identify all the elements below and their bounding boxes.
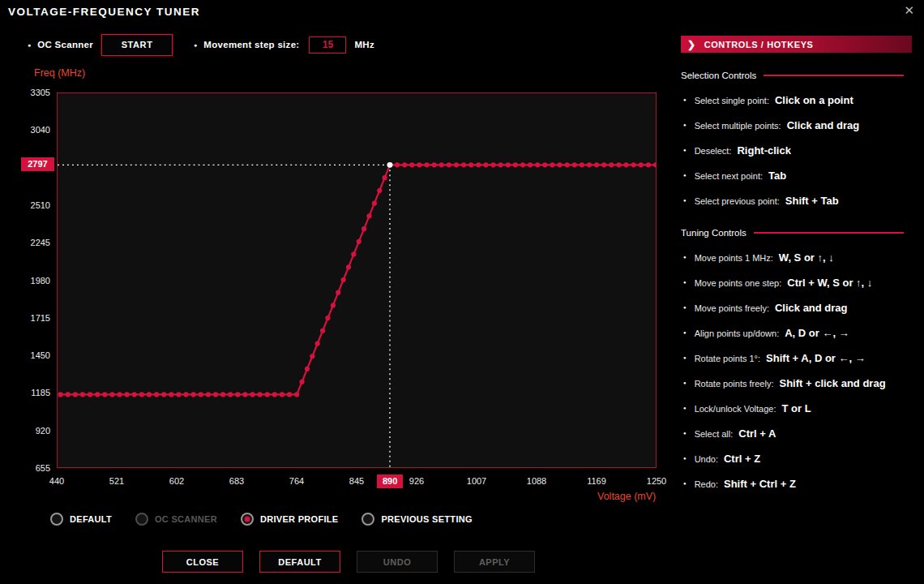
hotkeys-header[interactable]: ❯ CONTROLS / HOTKEYS (681, 36, 912, 53)
curve-point[interactable] (528, 162, 533, 167)
close-icon[interactable]: ✕ (904, 3, 914, 18)
curve-point[interactable] (220, 392, 225, 397)
curve-point[interactable] (310, 354, 314, 359)
curve-point[interactable] (305, 367, 310, 371)
curve-point[interactable] (601, 162, 606, 167)
curve-point[interactable] (439, 162, 444, 167)
curve-point[interactable] (542, 162, 547, 167)
curve-point[interactable] (550, 162, 554, 167)
curve-point[interactable] (117, 392, 122, 397)
curve-point[interactable] (58, 392, 63, 397)
close-button[interactable]: CLOSE (162, 551, 243, 573)
curve-point[interactable] (409, 162, 414, 167)
curve-point[interactable] (299, 380, 304, 384)
curve-point[interactable] (417, 162, 421, 167)
curve-point[interactable] (461, 162, 466, 167)
curve-point[interactable] (557, 162, 562, 167)
curve-point[interactable] (498, 162, 503, 167)
selected-curve-point[interactable] (387, 162, 393, 168)
curve-point[interactable] (653, 162, 657, 167)
curve-point[interactable] (161, 392, 166, 397)
curve-point[interactable] (594, 162, 599, 167)
curve-point[interactable] (447, 162, 451, 167)
curve-point[interactable] (109, 392, 114, 397)
curve-point[interactable] (125, 392, 130, 397)
curve-point[interactable] (272, 392, 277, 397)
curve-point[interactable] (191, 392, 196, 397)
curve-point[interactable] (169, 392, 173, 397)
start-button[interactable]: START (101, 34, 173, 56)
curve-point[interactable] (213, 392, 218, 397)
curve-point[interactable] (432, 162, 437, 167)
radio-previous-setting[interactable]: PREVIOUS SETTING (361, 513, 472, 526)
curve-point[interactable] (609, 162, 614, 167)
curve-point[interactable] (132, 392, 137, 397)
curve-point[interactable] (336, 290, 340, 295)
radio-driver-profile[interactable]: DRIVER PROFILE (241, 513, 339, 526)
curve-point[interactable] (565, 162, 570, 167)
curve-point[interactable] (242, 392, 247, 397)
curve-point[interactable] (476, 162, 481, 167)
curve-point[interactable] (88, 392, 92, 397)
radio-circle[interactable] (50, 513, 63, 526)
curve-point[interactable] (250, 392, 255, 397)
curve-point[interactable] (315, 341, 320, 346)
curve-point[interactable] (366, 213, 371, 218)
curve-point[interactable] (199, 392, 203, 397)
curve-point[interactable] (206, 392, 211, 397)
curve-point[interactable] (535, 162, 540, 167)
curve-point[interactable] (102, 392, 107, 397)
curve-point[interactable] (325, 316, 330, 320)
curve-point[interactable] (280, 392, 284, 397)
radio-circle[interactable] (241, 513, 254, 526)
curve-point[interactable] (372, 201, 377, 206)
step-size-input[interactable] (309, 36, 346, 54)
curve-point[interactable] (520, 162, 525, 167)
curve-point[interactable] (331, 303, 336, 307)
curve-point[interactable] (580, 162, 584, 167)
curve-point[interactable] (73, 392, 78, 397)
curve-point[interactable] (357, 239, 361, 244)
curve-point[interactable] (80, 392, 85, 397)
curve-point[interactable] (506, 162, 511, 167)
curve-point[interactable] (320, 328, 325, 333)
curve-point[interactable] (183, 392, 188, 397)
curve-point[interactable] (294, 392, 299, 397)
curve-point[interactable] (235, 392, 240, 397)
curve-point[interactable] (383, 175, 387, 180)
curve-point[interactable] (377, 188, 382, 193)
curve-point[interactable] (572, 162, 577, 167)
curve-point[interactable] (639, 162, 644, 167)
curve-point[interactable] (346, 264, 351, 269)
curve-point[interactable] (176, 392, 181, 397)
curve-point[interactable] (258, 392, 263, 397)
curve-point[interactable] (147, 392, 152, 397)
curve-point[interactable] (402, 162, 407, 167)
curve-point[interactable] (265, 392, 270, 397)
curve-point[interactable] (454, 162, 459, 167)
curve-point[interactable] (631, 162, 636, 167)
curve-point[interactable] (646, 162, 651, 167)
default-button[interactable]: DEFAULT (259, 551, 340, 573)
curve-point[interactable] (616, 162, 621, 167)
curve-point[interactable] (513, 162, 518, 167)
curve-point[interactable] (395, 162, 400, 167)
curve-point[interactable] (287, 392, 292, 397)
curve-point[interactable] (361, 226, 366, 231)
curve-point[interactable] (587, 162, 592, 167)
curve-point[interactable] (341, 277, 346, 282)
radio-default[interactable]: DEFAULT (50, 513, 112, 526)
vf-curve-plot[interactable] (57, 92, 657, 468)
radio-circle[interactable] (361, 513, 374, 526)
curve-point[interactable] (154, 392, 159, 397)
curve-point[interactable] (483, 162, 488, 167)
curve-point[interactable] (66, 392, 71, 397)
curve-point[interactable] (139, 392, 144, 397)
curve-point[interactable] (490, 162, 495, 167)
curve-point[interactable] (424, 162, 429, 167)
curve-point[interactable] (95, 392, 100, 397)
curve-point[interactable] (351, 251, 356, 256)
curve-point[interactable] (623, 162, 628, 167)
curve-point[interactable] (468, 162, 473, 167)
curve-point[interactable] (228, 392, 233, 397)
